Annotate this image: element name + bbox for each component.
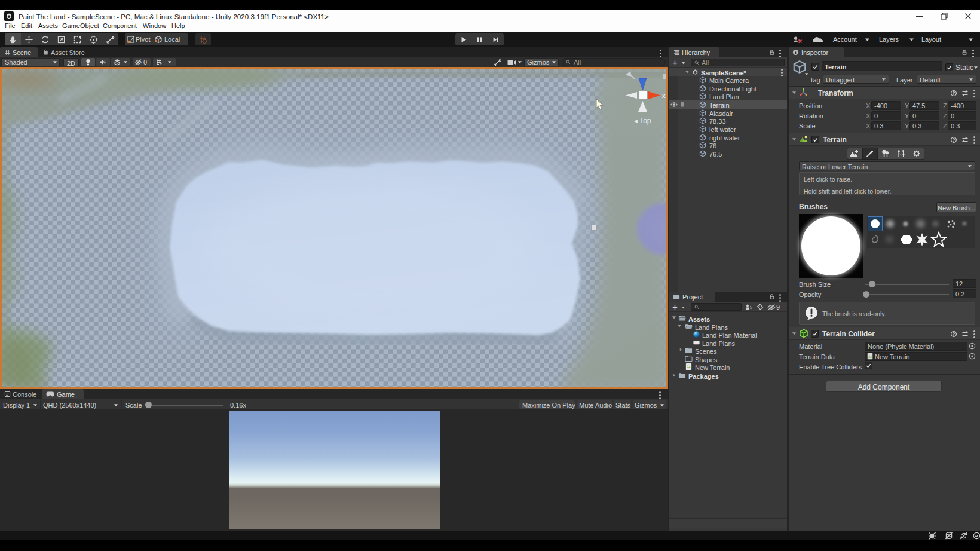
svg-text:◂ Top: ◂ Top xyxy=(634,117,651,125)
svg-text:x: x xyxy=(662,92,666,99)
